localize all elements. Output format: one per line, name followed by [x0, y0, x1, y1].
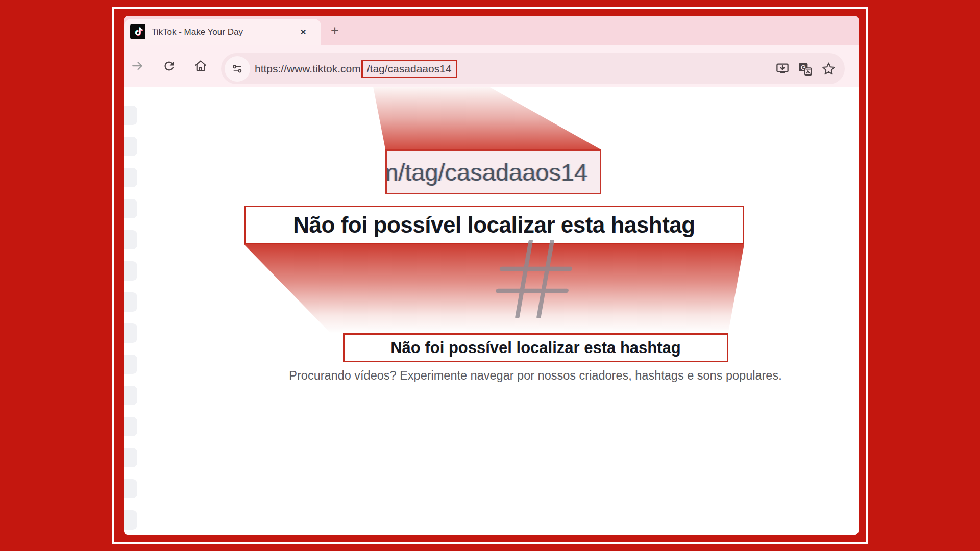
page-subtitle: Procurando vídeos? Experimente navegar p… — [244, 369, 827, 383]
hashtag-icon — [496, 240, 572, 320]
site-settings-icon[interactable] — [225, 56, 250, 82]
sidebar-skeleton-item — [124, 199, 137, 218]
sidebar-skeleton-item — [124, 261, 137, 281]
annotation-canvas: TikTok - Make Your Day ✕ + — [0, 0, 980, 551]
new-tab-button[interactable]: + — [327, 23, 342, 38]
tab-close-icon[interactable]: ✕ — [297, 26, 310, 39]
url-text[interactable]: https://www.tiktok.com/tag/casadaaos14 — [255, 60, 457, 78]
sidebar-skeleton-item — [124, 355, 137, 374]
sidebar-skeleton-item — [124, 168, 137, 187]
url-zoom-text: m/tag/casadaaos14 — [385, 158, 587, 186]
url-bar[interactable]: https://www.tiktok.com/tag/casadaaos14 — [221, 53, 845, 84]
tiktok-favicon-icon — [130, 24, 145, 39]
sidebar-skeleton-item — [124, 106, 137, 125]
browser-window: TikTok - Make Your Day ✕ + — [124, 16, 859, 535]
sidebar-skeleton-item — [124, 230, 137, 249]
forward-arrow-icon[interactable] — [130, 58, 145, 73]
sidebar-skeleton-item — [124, 448, 137, 467]
sidebar-skeleton-item — [124, 137, 137, 156]
home-icon[interactable] — [193, 58, 208, 73]
tab-title: TikTok - Make Your Day — [152, 19, 243, 45]
tab-strip: TikTok - Make Your Day ✕ + — [124, 16, 859, 45]
reload-icon[interactable] — [161, 58, 177, 73]
bookmark-star-icon[interactable] — [820, 61, 837, 77]
sidebar-skeleton-item — [124, 323, 137, 343]
sidebar-skeleton-item — [124, 417, 137, 436]
sidebar-skeleton-item — [124, 510, 137, 530]
translate-icon[interactable]: G — [797, 61, 814, 77]
sidebar-skeleton-item — [124, 386, 137, 405]
heading-zoom-callout: Não foi possível localizar esta hashtag — [244, 206, 744, 244]
url-zoom-callout: m/tag/casadaaos14 — [385, 149, 601, 194]
sidebar-skeleton-item — [124, 292, 137, 312]
zoom-beam-heading — [244, 244, 744, 333]
url-highlight-box: /tag/casadaaos14 — [361, 60, 457, 78]
install-app-icon[interactable] — [774, 61, 791, 77]
sidebar-skeleton-item — [124, 479, 137, 498]
page-heading: Não foi possível localizar esta hashtag — [343, 333, 728, 362]
url-prefix: https://www.tiktok.com — [255, 63, 361, 75]
tab-tiktok[interactable]: TikTok - Make Your Day ✕ — [124, 19, 321, 45]
browser-toolbar: https://www.tiktok.com/tag/casadaaos14 — [124, 45, 859, 87]
